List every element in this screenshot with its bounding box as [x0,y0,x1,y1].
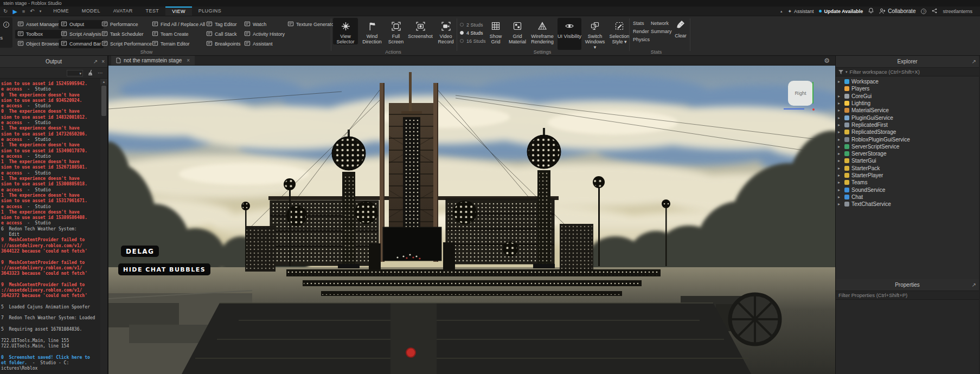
collaborate-button[interactable]: Collaborate [879,8,915,14]
tree-item-replicatedstorage[interactable]: ▸ReplicatedStorage [836,128,979,136]
toggle-breakpoints[interactable]: Breakpoints [204,40,243,48]
toggle-object-browser[interactable]: Object Browser [15,40,62,48]
tree-item-coregui[interactable]: ▸CoreGui [836,93,979,100]
hide-chat-bubbles-button[interactable]: HIDE CHAT BUBBLES [118,263,210,275]
toggle-command-bar[interactable]: Command Bar [59,40,104,48]
update-available-button[interactable]: Update Available [819,9,863,14]
tree-item-textchatservice[interactable]: ▸TextChatService [836,201,979,208]
menu-tab-test[interactable]: TEST [139,7,166,16]
place-tab[interactable]: not the rammstein stage × [111,56,195,65]
tree-item-starterpack[interactable]: ▸StarterPack [836,165,979,172]
properties-filter-input[interactable]: Filter Properties (Ctrl+Shift+P) [836,291,979,300]
toggle-texture-generator[interactable]: Texture Generator [285,20,338,29]
play-icon[interactable]: ▶ [12,7,17,16]
expand-arrow-icon[interactable]: ▸ [838,137,842,142]
tree-item-lighting[interactable]: ▸Lighting [836,100,979,107]
expand-arrow-icon[interactable]: ▸ [838,188,842,192]
expand-arrow-icon[interactable]: ▸ [838,79,842,84]
tree-item-materialservice[interactable]: ▸MaterialService [836,107,979,114]
stud-option-2[interactable]: 2 Studs [460,21,486,29]
expand-arrow-icon[interactable]: ▸ [838,94,842,99]
toggle-watch[interactable]: Watch [242,20,287,29]
selection-style-button[interactable]: Selection Style ▾ [609,18,630,50]
menu-tab-model[interactable]: MODEL [75,7,107,16]
tree-item-teams[interactable]: ▸Teams [836,179,979,186]
toggle-terrain-editor[interactable]: Terrain Editor [150,40,207,48]
toggle-performance[interactable]: Performance [99,20,154,29]
wind-direction-button[interactable]: Wind Direction [360,18,384,44]
log-link[interactable]: ot folder. [1,360,27,365]
expand-arrow-icon[interactable]: ▸ [838,202,842,207]
undo-icon[interactable]: ↶ [30,7,34,16]
log-link[interactable]: 0 Screenshot saved! Click here to [1,355,90,360]
toggle-call-stack[interactable]: Call Stack [204,30,243,38]
eye-button[interactable]: UI Visibility [558,18,581,50]
close-panel-icon[interactable]: × [101,56,105,68]
expand-arrow-icon[interactable]: ▸ [838,130,842,134]
tree-item-players[interactable]: Players [836,85,979,92]
wireframe-button[interactable]: Wireframe Rendering [529,18,555,50]
tree-item-replicatedfirst[interactable]: ▸ReplicatedFirst [836,121,979,128]
expand-arrow-icon[interactable]: ▸ [838,115,842,120]
switch-windows-button[interactable]: Switch Windows ▾ [584,18,606,50]
toggle-script-analysis[interactable]: Script Analysis [59,30,104,38]
clear-button[interactable]: Clear [671,20,690,38]
float-panel-icon[interactable]: ↗ [93,56,98,68]
video-record-button[interactable]: Video Record [435,18,457,44]
tree-item-chat[interactable]: ▸Chat [836,194,979,201]
3d-viewport-scene[interactable]: DELAG HIDE CHAT BUBBLES Right [108,66,835,374]
expand-arrow-icon[interactable]: ▸ [838,101,842,106]
stats-link-physics[interactable]: Physics [633,37,650,42]
clear-output-broom-icon[interactable] [87,68,93,78]
stud-option-4[interactable]: 4 Studs [460,29,486,37]
toggle-output[interactable]: Output [59,20,104,29]
tree-item-robloxpluginguiservice[interactable]: ▸RobloxPluginGuiService [836,136,979,143]
output-filter-dropdown[interactable]: ▾ [67,70,83,76]
expand-arrow-icon[interactable]: ▸ [838,108,842,113]
output-more-icon[interactable]: ⋯ [98,70,103,76]
qat-dropdown-icon[interactable]: ▾ [40,7,42,16]
sync-icon[interactable]: ↻ [3,7,8,16]
explorer-filter-input[interactable]: ▾ Filter workspace (Ctrl+Shift+X) [836,68,979,76]
toggle-toolbox[interactable]: Toolbox [15,30,62,38]
properties-clipped-button[interactable]: i rties [0,17,12,48]
expand-arrow-icon[interactable]: ▸ [838,195,842,199]
delag-button[interactable]: DELAG [121,246,159,257]
viewport-settings-gear-icon[interactable]: ⚙ [824,56,835,65]
assistant-button[interactable]: ✦ Assistant [787,9,814,14]
toggle-assistant[interactable]: Assistant [242,40,287,48]
full-screen-button[interactable]: Full Screen [386,18,406,44]
help-icon[interactable]: ? [921,9,926,14]
float-panel-icon[interactable]: ↗ [972,56,976,68]
view-selector-button[interactable]: View Selector [333,18,358,44]
collapse-ribbon-icon[interactable]: ▴ [780,9,783,14]
tree-item-startergui[interactable]: ▸StarterGui [836,157,979,164]
toggle-tag-editor[interactable]: Tag Editor [204,20,243,29]
menu-tab-home[interactable]: HOME [47,7,75,16]
stats-link-summary[interactable]: Summary [651,29,672,34]
tree-item-pluginguiservice[interactable]: ▸PluginGuiService [836,114,979,121]
stats-link-render[interactable]: Render [633,29,650,34]
close-tab-icon[interactable]: × [187,57,190,63]
share-icon[interactable] [932,8,937,15]
toggle-script-performance[interactable]: Script Performance [99,40,154,48]
menu-tab-plugins[interactable]: PLUGINS [192,7,228,16]
toggle-asset-manager[interactable]: Asset Manager [15,20,62,29]
notifications-bell-icon[interactable] [868,8,874,15]
output-scrollbar[interactable]: ▴ [100,79,107,374]
scroll-up-icon[interactable]: ▴ [100,79,107,85]
red-round-button[interactable] [406,347,416,358]
expand-arrow-icon[interactable]: ▸ [838,180,842,185]
view-selector-cube[interactable]: Right [788,81,813,106]
expand-arrow-icon[interactable]: ▸ [838,122,842,127]
float-panel-icon[interactable]: ↗ [972,279,976,291]
stop-icon[interactable]: ■ [22,7,25,16]
scrollbar-thumb[interactable] [101,86,106,116]
tree-item-serverstorage[interactable]: ▸ServerStorage [836,150,979,157]
tree-item-serverscriptservice[interactable]: ▸ServerScriptService [836,143,979,150]
tree-item-soundservice[interactable]: ▸SoundService [836,186,979,193]
grid-material-button[interactable]: Grid Material [508,18,527,50]
tree-item-starterplayer[interactable]: ▸StarterPlayer [836,172,979,179]
toggle-activity-history[interactable]: Activity History [242,30,287,38]
toggle-task-scheduler[interactable]: Task Scheduler [99,30,154,38]
